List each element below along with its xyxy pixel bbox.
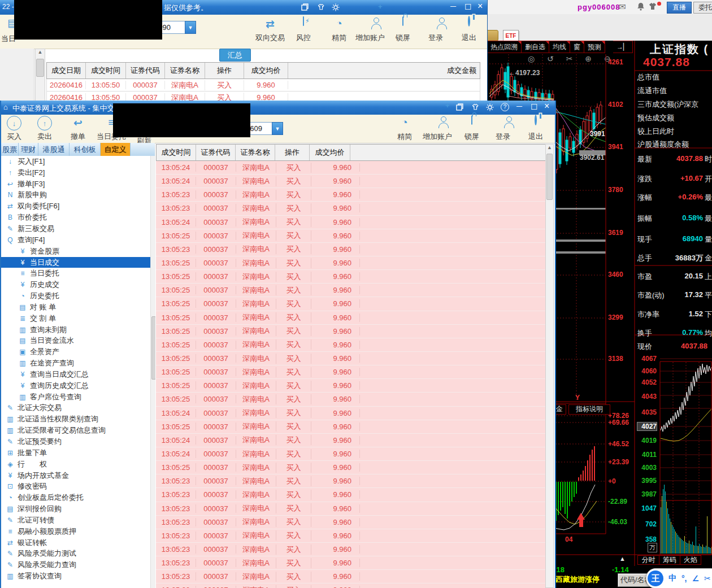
sidebar-item[interactable]: ✎ 风险承受能力测试: [1, 548, 150, 560]
sidebar-item[interactable]: ¥ 场内开放式基金: [1, 470, 150, 481]
sidebar-item[interactable]: ▤ 深圳报价回购: [1, 503, 150, 515]
col-header[interactable]: 证券名称: [165, 63, 205, 79]
table-row[interactable]: 20260416 13:05:50 000037 深南电A 买入 9.960: [46, 92, 480, 101]
table-row[interactable]: 13:05:25 000037 深南电A 买入 9.960: [156, 365, 546, 379]
table-row[interactable]: 13:05:23 000037 深南电A 买入 9.960: [156, 570, 546, 583]
theme-shirt-icon[interactable]: [472, 103, 480, 112]
col-header[interactable]: 成交时间: [157, 145, 196, 160]
table-row[interactable]: 13:05:24 000037 深南电A 买入 9.960: [156, 407, 546, 420]
market-tab[interactable]: 港股通: [38, 143, 70, 156]
col-header[interactable]: 成交均价: [310, 145, 350, 160]
sidebar-item[interactable]: ✎ 北证可转债: [1, 515, 150, 526]
table-row[interactable]: 13:05:24 000037 深南电A 买入 9.960: [156, 447, 546, 461]
sidebar-item[interactable]: ≡ 易融小额股票质押: [1, 526, 150, 537]
toolbar-button[interactable]: + 增加账户: [418, 116, 457, 142]
main-window-titlebar[interactable]: ⌂ 中泰证券网上交易系统 - 集中交易 ? ─ ☐ ×: [1, 101, 555, 115]
sidebar-item[interactable]: ◔ 创业板盘后定价委托: [1, 492, 150, 503]
sidebar-item[interactable]: ≡ 当日委托: [1, 268, 150, 279]
maximize-button[interactable]: ☐: [464, 2, 472, 11]
sidebar-item[interactable]: ▥ 北证适当性权限类别查询: [1, 413, 150, 425]
table-row[interactable]: 13:05:24 000037 深南电A 买入 9.960: [156, 216, 546, 229]
table-row[interactable]: 13:05:24 000037 深南电A 买入 9.960: [156, 175, 546, 188]
sidebar-item[interactable]: ▥ 在途资产查询: [1, 358, 150, 369]
sidebar-item[interactable]: ¥ 历史成交: [1, 279, 150, 290]
col-header[interactable]: 操作: [275, 145, 310, 160]
table-row[interactable]: 13:05:25 000037 深南电A 买入 9.960: [156, 352, 546, 365]
ime-logo-icon[interactable]: 王: [648, 570, 663, 586]
sidebar-item[interactable]: B 市价委托: [1, 212, 150, 223]
table-row[interactable]: 13:05:25 000037 深南电A 买入 9.960: [156, 393, 546, 406]
summary-button[interactable]: 汇总: [219, 49, 251, 62]
table-row[interactable]: 13:05:25 000037 深南电A 买入 9.960: [156, 461, 546, 474]
col-header[interactable]: 操作: [205, 63, 244, 79]
table-row[interactable]: 13:05:25 000037 深南电A 买入 9.960: [156, 284, 546, 297]
table-row[interactable]: 13:05:25 000037 深南电A 买入 9.960: [156, 256, 546, 270]
sidebar-item[interactable]: ◔ 历史委托: [1, 290, 150, 302]
table-row[interactable]: 13:05:25 000037 深南电A 买入 9.960: [156, 229, 546, 243]
sidebar-item[interactable]: ✎ 风险承受能力查询: [1, 559, 150, 570]
sidebar-item[interactable]: ▥ 签署协议查询: [1, 570, 150, 582]
table-row[interactable]: 13:05:23 000037 深南电A 买入 9.960: [156, 516, 546, 529]
sidebar-item[interactable]: ✎ 北证预受要约: [1, 436, 150, 447]
table-row[interactable]: 13:05:23 000037 深南电A 买入 9.960: [156, 556, 546, 570]
market-tab[interactable]: 自定义: [101, 143, 131, 156]
sidebar-item[interactable]: ◈ 行 权: [1, 459, 150, 470]
sidebar-item[interactable]: ▥ 查询未到期: [1, 324, 150, 336]
sidebar-item[interactable]: ▤ 当日资金流水: [1, 336, 150, 347]
sidebar-item[interactable]: ⊞ 批量下单: [1, 447, 150, 459]
table-row[interactable]: 13:05:23 000037 深南电A 买入 9.960: [156, 202, 546, 215]
ime-mode-icon[interactable]: 中: [668, 573, 676, 583]
table-row[interactable]: 13:05:23 000037 深南电A 买入 9.960: [156, 488, 546, 502]
col-header[interactable]: 证券代码: [126, 63, 165, 79]
sidebar-item[interactable]: ⊡ 修改密码: [1, 481, 150, 492]
table-row[interactable]: 13:05:23 000037 深南电A 买入 9.960: [156, 583, 546, 588]
table-row[interactable]: 13:05:25 000037 深南电A 买入 9.960: [156, 420, 546, 434]
help-icon[interactable]: ?: [501, 103, 509, 111]
table-scrollbar[interactable]: ▲: [545, 144, 554, 588]
sidebar-item[interactable]: ¥ 当日成交: [1, 257, 150, 268]
table-row[interactable]: 13:05:24 000037 深南电A 买入 9.960: [156, 434, 546, 447]
popout-icon[interactable]: [456, 103, 463, 112]
sidebar-item[interactable]: ≣ 交 割 单: [1, 313, 150, 324]
col-header[interactable]: 成交均价: [244, 63, 288, 79]
table-row[interactable]: 13:05:23 000037 深南电A 买入 9.960: [156, 474, 546, 488]
col-header[interactable]: 成交金额: [288, 63, 480, 79]
table-row[interactable]: 13:05:25 000037 深南电A 买入 9.960: [156, 338, 546, 352]
sidebar-item[interactable]: ¥ 查询当日成交汇总: [1, 369, 150, 380]
col-header[interactable]: 证券代码: [196, 145, 236, 160]
table-row[interactable]: 13:05:24 000037 深南电A 买入 9.960: [156, 161, 546, 175]
sidebar-item[interactable]: ¥ 资金股票: [1, 246, 150, 257]
sidebar-item[interactable]: ¥ 查询历史成交汇总: [1, 380, 150, 391]
sidebar-item[interactable]: ↑ 卖出[F2]: [1, 167, 150, 178]
toolbar-button[interactable]: 退出: [516, 116, 555, 142]
table-row[interactable]: 13:05:25 000037 深南电A 买入 9.960: [156, 379, 546, 393]
col-header[interactable]: 成交日期: [47, 63, 86, 79]
table-row[interactable]: 13:05:23 000037 深南电A 买入 9.960: [156, 243, 546, 256]
ime-punct-icon[interactable]: °,: [681, 574, 687, 583]
table-row[interactable]: 13:05:23 000037 深南电A 买入 9.960: [156, 543, 546, 556]
sidebar-item[interactable]: ▤ 对 账 单: [1, 302, 150, 313]
toolbar-button[interactable]: 退出: [449, 17, 488, 43]
table-row[interactable]: 13:05:25 000037 深南电A 买入 9.960: [156, 325, 546, 338]
table-row[interactable]: 20260416 13:05:50 000037 深南电A 买入 9.960: [46, 79, 480, 92]
minimize-button[interactable]: ─: [450, 2, 456, 11]
market-tab[interactable]: 理财: [19, 143, 38, 156]
close-button[interactable]: ×: [477, 2, 483, 11]
sidebar-item[interactable]: Q 查询[F4]: [1, 234, 150, 246]
theme-shirt-icon[interactable]: [318, 3, 325, 12]
sidebar-item[interactable]: ✎ 新三板交易: [1, 223, 150, 234]
table-row[interactable]: 13:05:23 000037 深南电A 买入 9.960: [156, 502, 546, 516]
table-row[interactable]: 13:05:23 000037 深南电A 买入 9.960: [156, 529, 546, 543]
close-button[interactable]: ×: [544, 102, 549, 111]
maximize-button[interactable]: ☐: [531, 102, 538, 111]
sidebar-item[interactable]: ↩ 撤单[F3]: [1, 178, 150, 190]
sidebar-item[interactable]: ▥ 北证受限者可交易信息查询: [1, 425, 150, 436]
ime-scissors-icon[interactable]: ✂: [704, 574, 711, 583]
ime-bar[interactable]: 王 中 °, ∠ ✂: [646, 568, 712, 588]
sidebar-item[interactable]: ▣ 全景资产: [1, 346, 150, 358]
sidebar-item[interactable]: ⇄ 双向委托[F6]: [1, 201, 150, 212]
minimize-button[interactable]: ─: [516, 102, 522, 111]
col-header[interactable]: 成交时间: [86, 63, 126, 79]
sidebar-item[interactable]: N 新股申购: [1, 190, 150, 201]
sidebar-item[interactable]: ✎ 北证大宗交易: [1, 403, 150, 414]
